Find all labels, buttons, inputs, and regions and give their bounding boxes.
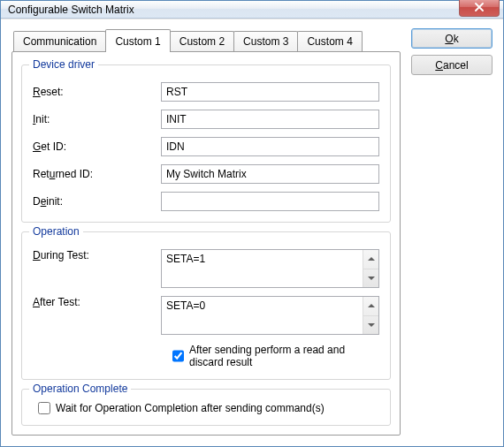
after-test-input[interactable]: SETA=0 [162, 297, 363, 334]
chevron-down-icon [368, 276, 375, 280]
returned-id-input[interactable] [161, 164, 379, 184]
chevron-down-icon [368, 322, 375, 327]
after-test-spin-down[interactable] [363, 316, 378, 335]
during-test-input[interactable]: SETA=1 [162, 250, 363, 287]
label-reset: Reset: [33, 86, 161, 98]
close-button[interactable] [459, 0, 500, 17]
cancel-button[interactable]: Cancel [411, 55, 493, 75]
tab-custom1[interactable]: Custom 1 [105, 29, 170, 52]
after-test-spin-up[interactable] [363, 297, 378, 316]
tab-communication[interactable]: Communication [13, 31, 106, 51]
tab-custom4[interactable]: Custom 4 [297, 31, 362, 51]
label-deinit: Deinit: [33, 195, 161, 208]
tab-custom3[interactable]: Custom 3 [233, 31, 298, 51]
label-during-test: During Test: [33, 249, 161, 261]
label-after-test: After Test: [33, 296, 161, 308]
dialog-window: Configurable Switch Matrix Communication… [0, 0, 504, 447]
during-test-wrapper: SETA=1 [161, 249, 379, 288]
chevron-up-icon [368, 304, 375, 308]
window-title: Configurable Switch Matrix [8, 4, 459, 16]
during-test-spin-up[interactable] [363, 250, 378, 269]
after-test-wrapper: SETA=0 [161, 296, 379, 335]
deinit-input[interactable] [161, 192, 379, 211]
tabstrip: Communication Custom 1 Custom 2 Custom 3… [11, 28, 401, 51]
during-test-spinner [363, 250, 378, 287]
left-panel: Communication Custom 1 Custom 2 Custom 3… [11, 28, 401, 436]
after-test-spinner [363, 297, 378, 334]
right-panel: Ok Cancel [411, 28, 493, 436]
group-title-operation: Operation [29, 225, 83, 238]
titlebar: Configurable Switch Matrix [1, 1, 503, 19]
label-getid: Get ID: [33, 140, 161, 153]
getid-input[interactable] [161, 137, 379, 156]
group-operation: Operation During Test: SETA=1 After T [21, 231, 391, 380]
ok-button[interactable]: Ok [411, 28, 493, 49]
after-sending-checkbox[interactable] [172, 350, 184, 362]
client-area: Communication Custom 1 Custom 2 Custom 3… [1, 19, 503, 446]
chevron-up-icon [368, 257, 375, 261]
close-icon [474, 3, 485, 12]
after-sending-label[interactable]: After sending perform a read and discard… [189, 344, 379, 368]
label-init: Init: [33, 113, 161, 125]
init-input[interactable] [161, 110, 379, 129]
reset-input[interactable] [161, 82, 379, 102]
tab-custom2[interactable]: Custom 2 [170, 31, 234, 51]
during-test-spin-down[interactable] [363, 269, 378, 288]
group-operation-complete: Operation Complete Wait for Operation Co… [21, 389, 391, 426]
wait-op-label[interactable]: Wait for Operation Completion after send… [56, 402, 325, 414]
label-returned-id: Returned ID: [33, 168, 161, 180]
tab-body: Device driver Reset: Init: Get ID: [11, 51, 401, 436]
group-title-device-driver: Device driver [29, 58, 98, 71]
group-device-driver: Device driver Reset: Init: Get ID: [21, 64, 391, 223]
wait-op-checkbox[interactable] [38, 402, 50, 414]
group-title-operation-complete: Operation Complete [29, 383, 131, 395]
